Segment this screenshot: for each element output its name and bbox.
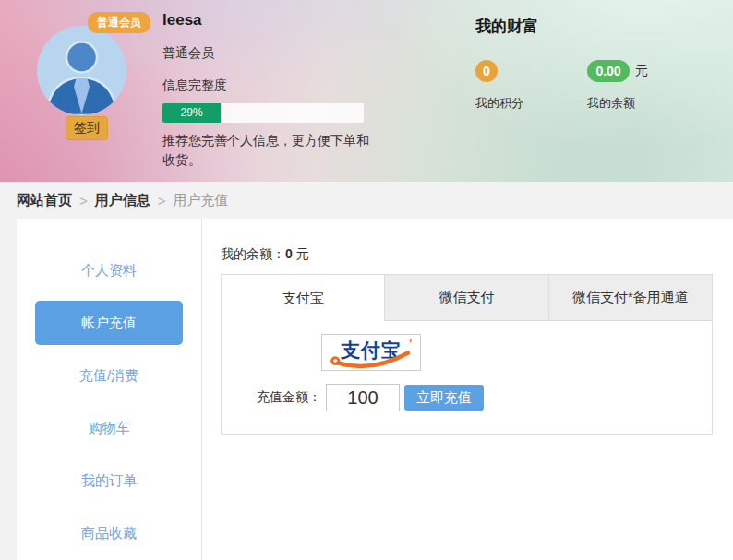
balance-unit: 元	[635, 63, 648, 79]
alipay-logo-text: 支付宝	[340, 340, 402, 361]
recharge-content: 我的余额：0 元 支付宝 微信支付 微信支付*备用通道 支付宝	[202, 219, 733, 560]
user-profile-header: 普通会员 签到 leesa 普通会员 信息完整度 29% 推荐您完善个人信息，更…	[0, 0, 733, 182]
balance-line-value: 0	[285, 246, 293, 261]
balance-line-label: 我的余额：	[221, 246, 285, 261]
member-level-badge: 普通会员	[88, 12, 150, 33]
balance-line-unit: 元	[296, 246, 309, 261]
breadcrumb-user-info-link[interactable]: 用户信息	[95, 192, 150, 209]
completeness-label: 信息完整度	[162, 77, 384, 94]
my-wealth-section: 我的财富 0 我的积分 0.00 元 我的余额	[475, 16, 699, 112]
tab-alipay[interactable]: 支付宝	[222, 275, 384, 321]
points-badge: 0	[475, 60, 498, 82]
balance-badge: 0.00	[587, 60, 630, 82]
points-label: 我的积分	[475, 95, 587, 112]
member-level-text: 普通会员	[162, 45, 384, 62]
tab-wechat-pay-backup[interactable]: 微信支付*备用通道	[548, 275, 712, 321]
breadcrumb-separator: >	[79, 193, 88, 209]
payment-tab-box: 支付宝 微信支付 微信支付*备用通道 支付宝 充值金额： 立即充值	[221, 274, 713, 435]
sidebar-item-favorites[interactable]: 商品收藏	[17, 507, 201, 560]
sign-in-button[interactable]: 签到	[66, 116, 108, 140]
sidebar-item-profile[interactable]: 个人资料	[17, 244, 201, 297]
tab-wechat-pay[interactable]: 微信支付	[384, 275, 547, 321]
alipay-logo: 支付宝	[324, 336, 418, 369]
sidebar-item-orders[interactable]: 我的订单	[17, 455, 201, 507]
payment-tabs: 支付宝 微信支付 微信支付*备用通道	[222, 275, 712, 321]
breadcrumb-separator: >	[158, 193, 166, 209]
breadcrumb: 网站首页 > 用户信息 > 用户充值	[0, 182, 733, 219]
sidebar-item-cart[interactable]: 购物车	[17, 402, 201, 455]
amount-label: 充值金额：	[257, 389, 321, 406]
completeness-progress-bar: 29%	[162, 103, 364, 123]
user-avatar-icon	[37, 26, 126, 115]
page-body: 个人资料 帐户充值 充值/消费 购物车 我的订单 商品收藏 我的余额：0 元 支…	[0, 219, 733, 560]
recharge-form: 充值金额： 立即充值	[257, 384, 712, 411]
alipay-tab-content: 支付宝 充值金额： 立即充值	[222, 321, 712, 434]
profile-recommendation-text: 推荐您完善个人信息，更方便下单和收货。	[162, 131, 379, 170]
amount-input[interactable]	[326, 384, 400, 411]
alipay-logo-box: 支付宝	[321, 334, 421, 371]
wealth-title: 我的财富	[475, 16, 699, 37]
balance-label: 我的余额	[587, 95, 699, 112]
sidebar-item-recharge[interactable]: 帐户充值	[35, 301, 183, 345]
progress-fill: 29%	[162, 103, 221, 123]
breadcrumb-current-page: 用户充值	[174, 192, 229, 209]
alipay-trademark-tick	[409, 339, 412, 343]
left-gray-rail	[0, 219, 17, 560]
breadcrumb-home-link[interactable]: 网站首页	[17, 192, 72, 209]
points-column: 0 我的积分	[475, 60, 587, 112]
sidebar-item-recharge-history[interactable]: 充值/消费	[17, 350, 201, 402]
recharge-now-button[interactable]: 立即充值	[404, 385, 484, 411]
username: leesa	[162, 11, 384, 30]
user-avatar[interactable]	[37, 26, 126, 115]
balance-column: 0.00 元 我的余额	[587, 60, 699, 112]
balance-line: 我的余额：0 元	[221, 246, 713, 263]
user-info-block: leesa 普通会员 信息完整度 29% 推荐您完善个人信息，更方便下单和收货。	[162, 11, 384, 170]
account-sidebar: 个人资料 帐户充值 充值/消费 购物车 我的订单 商品收藏	[17, 219, 202, 560]
